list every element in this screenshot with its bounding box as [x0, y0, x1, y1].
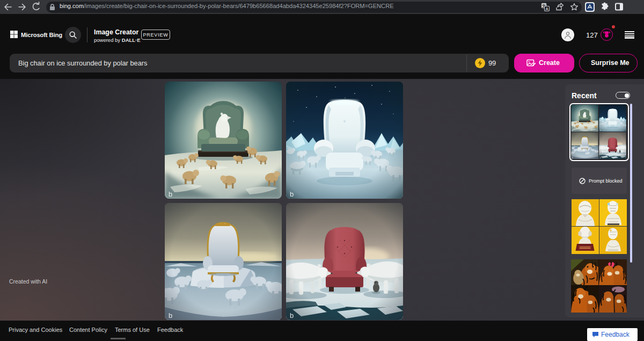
svg-text:A: A: [545, 7, 548, 11]
